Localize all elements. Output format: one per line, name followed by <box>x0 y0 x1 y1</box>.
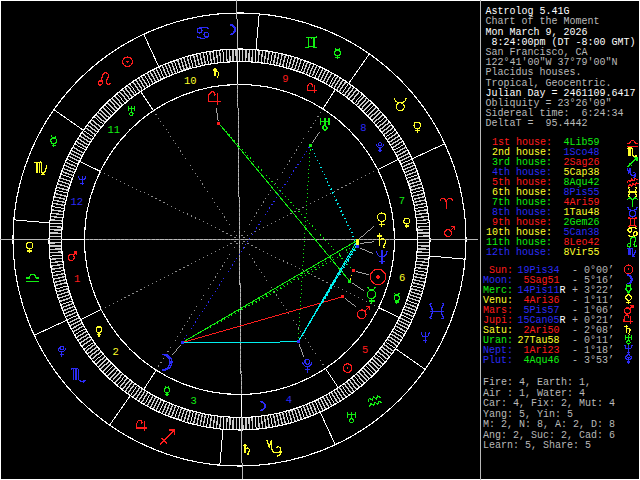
svg-text:Yang: 5, Yin: 5: Yang: 5, Yin: 5 <box>483 409 573 420</box>
svg-text:Learn: 5, Share: 5: Learn: 5, Share: 5 <box>483 440 591 451</box>
svg-text:2: 2 <box>113 346 119 358</box>
svg-text:3: 3 <box>190 395 196 407</box>
svg-text:Ang: 2, Suc: 2, Cad: 6: Ang: 2, Suc: 2, Cad: 6 <box>483 430 615 441</box>
svg-text:12: 12 <box>70 196 83 208</box>
svg-text:DeltaT = 95.4442: DeltaT = 95.4442 <box>486 118 588 129</box>
svg-text:7: 7 <box>399 195 405 207</box>
svg-text:Car: 4, Fix: 2, Mut: 4: Car: 4, Fix: 2, Mut: 4 <box>483 398 615 409</box>
svg-text:M: 2, N: 8, A: 2, D: 8: M: 2, N: 8, A: 2, D: 8 <box>483 419 615 430</box>
svg-text:1: 1 <box>74 273 80 285</box>
svg-text:5: 5 <box>362 344 368 356</box>
svg-text:Air : 1, Water: 4: Air : 1, Water: 4 <box>483 388 585 399</box>
svg-text:- 3°53’: - 3°53’ <box>572 355 614 366</box>
svg-text:4Aqu46: 4Aqu46 <box>518 355 560 366</box>
svg-text:R: R <box>560 315 566 326</box>
svg-text:10: 10 <box>184 75 197 87</box>
svg-text:6: 6 <box>399 272 405 284</box>
svg-text:9: 9 <box>282 73 288 85</box>
svg-text:Plut:: Plut: <box>483 355 513 366</box>
svg-text:11: 11 <box>107 124 120 136</box>
svg-text:8Vir55: 8Vir55 <box>564 247 600 258</box>
svg-text:12th house:: 12th house: <box>486 247 552 258</box>
svg-text:Fire: 4, Earth: 1,: Fire: 4, Earth: 1, <box>483 377 591 388</box>
svg-text:4: 4 <box>286 394 292 406</box>
svg-text:R: R <box>560 285 566 296</box>
svg-text:8: 8 <box>360 122 366 134</box>
